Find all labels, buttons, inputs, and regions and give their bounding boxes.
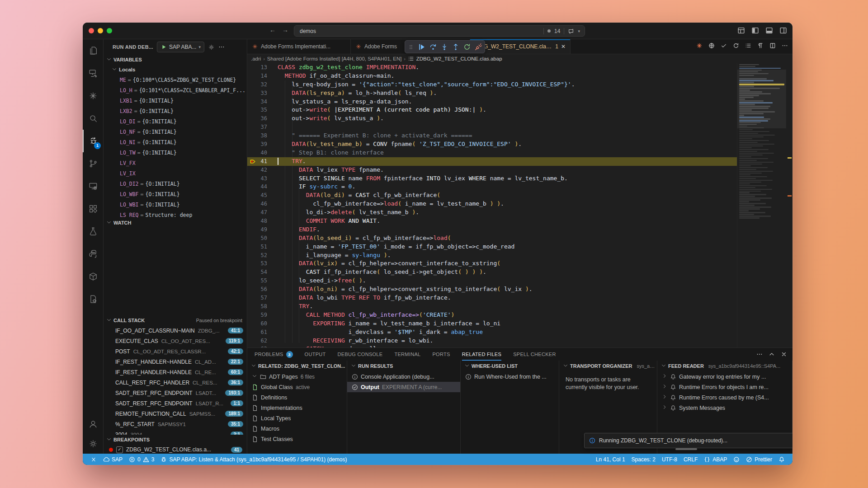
activity-item-abap[interactable] — [83, 84, 103, 107]
line-number[interactable]: 48 — [247, 217, 267, 225]
panel-tab-problems[interactable]: PROBLEMS3 — [255, 348, 293, 361]
section-header[interactable]: FEED READERsys_a1bc9af944314e95::S4PA... — [657, 361, 792, 371]
breakpoints-section-header[interactable]: BREAKPOINTS — [104, 435, 247, 445]
abap-run-icon[interactable] — [696, 42, 703, 49]
maximize-panel-icon[interactable] — [769, 351, 775, 357]
status-remote-indicator[interactable] — [87, 454, 100, 465]
activity-item-remote-window[interactable] — [83, 175, 103, 197]
code-line-56[interactable]: 56 DATA(lo_ni) = cl_fp_helper=>convert_x… — [247, 285, 738, 294]
stack-frame[interactable]: IF_REST_HANDLER~HANDLECL_AD...22:1 — [104, 357, 247, 367]
variable-row[interactable]: LO_DI={O:INITIAL} — [104, 116, 247, 127]
code-line-37[interactable]: 37 — [247, 123, 738, 131]
status-notifications-bell[interactable] — [775, 456, 788, 463]
panel-list-item[interactable]: Macros — [247, 423, 347, 434]
breadcrumb-item[interactable]: Shared [Adobe Forms Installed] [A4H, 800… — [267, 56, 402, 61]
section-header[interactable]: TRANSPORT ORGANIZERsys_a1b... — [559, 361, 657, 371]
overview-ruler[interactable] — [786, 63, 793, 347]
watch-section-header[interactable]: WATCH — [104, 218, 247, 228]
status-sap-cloud[interactable]: SAP — [100, 454, 126, 465]
globe-icon[interactable] — [708, 42, 715, 49]
line-number[interactable]: 35 — [247, 106, 267, 114]
pilcrow-icon[interactable] — [757, 42, 764, 49]
code-line-47[interactable]: 47 lo_di->delete( lv_test_name_b ). — [247, 208, 738, 217]
variable-row[interactable]: LO_TW={O:INITIAL} — [104, 147, 247, 158]
panel-list-item[interactable]: Runtime Errors caused by me (S4... — [657, 392, 792, 403]
scope-locals[interactable]: Locals — [104, 65, 247, 75]
code-line-58[interactable]: 58 TRY. — [247, 302, 738, 311]
code-line-52[interactable]: 52 i_language = sy-langu ). — [247, 251, 738, 260]
line-number[interactable]: 14 — [247, 72, 267, 80]
nav-forward-icon[interactable]: → — [281, 26, 290, 33]
status-eol[interactable]: CRLF — [680, 456, 701, 463]
activity-item-settings-gear[interactable] — [83, 434, 103, 454]
line-number[interactable]: 49 — [247, 225, 267, 234]
debug-step-out-button[interactable] — [452, 43, 459, 51]
panel-list-item[interactable]: ADT Pages6 files — [247, 371, 347, 382]
code-line-59[interactable]: 59 CALL METHOD cl_fp_wb_interface=>('CRE… — [247, 311, 738, 319]
line-number[interactable]: 52 — [247, 251, 267, 260]
section-header[interactable]: WHERE-USED LIST — [461, 361, 559, 371]
stack-frame[interactable]: EXECUTE_CLASCL_OO_ADT_RES...119:1 — [104, 336, 247, 346]
code-line-33[interactable]: 33 DATA(ls_resp_a) = lo_h->handle( ls_re… — [247, 89, 738, 98]
activity-item-explorer[interactable] — [83, 39, 103, 62]
panel-list-item[interactable]: System Messages — [657, 403, 792, 413]
debug-settings-gear-icon[interactable] — [208, 44, 215, 51]
panel-list-item[interactable]: Local Types — [247, 413, 347, 423]
code-line-53[interactable]: 53 DATA(lv_ix) = cl_fp_helper=>convert_i… — [247, 259, 738, 268]
stack-frame[interactable]: SADT_REST_RFC_ENDPOINTLSADT_R...1:1 — [104, 398, 247, 408]
line-number[interactable]: 53 — [247, 259, 267, 268]
line-number[interactable]: 44 — [247, 183, 267, 191]
close-tab-icon[interactable]: ✕ — [561, 43, 566, 50]
activity-item-project-settings[interactable] — [83, 288, 103, 310]
split-icon[interactable] — [769, 42, 776, 49]
panel-tab-debug-console[interactable]: DEBUG CONSOLE — [338, 348, 383, 361]
code-line-13[interactable]: 13CLASS zdbg_w2_test_clone IMPLEMENTATIO… — [247, 63, 738, 72]
title-bar[interactable]: ← → demos 14 ▾ — [83, 23, 793, 39]
code-line-61[interactable]: 61 i_devclass = '$TMP' i_dark = abap_tru… — [247, 328, 738, 337]
code-line-50[interactable]: 50 DATA(lo_seed_i) = cl_fp_wb_interface=… — [247, 234, 738, 243]
code-line-41[interactable]: 41 TRY. — [247, 157, 738, 166]
section-header[interactable]: RUN RESULTS — [347, 361, 460, 371]
line-number[interactable]: 33 — [247, 89, 267, 98]
breadcrumb-item[interactable]: .adri — [251, 56, 261, 61]
minimap[interactable] — [737, 63, 786, 347]
line-number[interactable]: 58 — [247, 302, 267, 311]
nav-back-icon[interactable]: ← — [268, 26, 277, 33]
line-number[interactable]: 36 — [247, 114, 267, 123]
more-icon[interactable] — [756, 351, 763, 357]
code-line-35[interactable]: 35 out->write( |EXPERIMENT A (current co… — [247, 106, 738, 114]
stack-frame[interactable]: 300430042:1 — [104, 429, 247, 435]
close-panel-icon[interactable] — [781, 351, 787, 357]
panel-list-item[interactable]: OutputEXPERIMENT A (curre... — [347, 382, 460, 392]
stack-frame[interactable]: SADT_REST_RFC_ENDPOINTLSADT...193:1 — [104, 388, 247, 398]
variable-row[interactable]: LS_REQ=Structure: deep — [104, 210, 247, 218]
activity-item-python[interactable] — [83, 243, 103, 265]
stack-frame[interactable]: CALL_REST_RFC_HANDLERCL_RES...36:1 — [104, 377, 247, 388]
notification-grip[interactable] — [675, 448, 697, 450]
panel-list-item[interactable]: Console Application (debug... — [347, 371, 460, 382]
layout-icon[interactable] — [737, 27, 745, 34]
panel-list-item[interactable]: Definitions — [247, 392, 347, 403]
breakpoint-row[interactable]: ✓ZDBG_W2_TEST_CLONE.clas.a...41 — [104, 445, 247, 455]
stack-frame[interactable]: IF_REST_HANDLER~HANDLECL_RE...60:1 — [104, 367, 247, 377]
breadcrumb-file[interactable]: ZDBG_W2_TEST_CLONE.clas.abap — [416, 56, 502, 61]
line-number[interactable]: 55 — [247, 277, 267, 285]
status-indentation[interactable]: Spaces: 2 — [628, 456, 659, 463]
line-number[interactable]: 57 — [247, 294, 267, 302]
code-editor[interactable]: 13CLASS zdbg_w2_test_clone IMPLEMENTATIO… — [247, 63, 793, 347]
line-number[interactable]: 50 — [247, 234, 267, 243]
code-line-14[interactable]: 14 METHOD if_oo_adt_classrun~main. — [247, 72, 738, 80]
line-number[interactable]: 43 — [247, 174, 267, 183]
notification-toast[interactable]: Running ZDBG_W2_TEST_CLONE (debug-routed… — [584, 433, 793, 448]
line-number[interactable]: 51 — [247, 243, 267, 251]
panel-list-item[interactable]: Gateway error log entries for my ... — [657, 371, 792, 382]
panel-list-item[interactable]: Runtime Errors for objects I am re... — [657, 382, 792, 392]
activity-item-containers[interactable] — [83, 265, 103, 288]
variable-row[interactable]: LXB2={O:INITIAL} — [104, 106, 247, 116]
code-line-39[interactable]: 39 DATA(lv_test_name_b) = CONV fpname( '… — [247, 140, 738, 149]
status-cursor-position[interactable]: Ln 41, Col 1 — [593, 456, 628, 463]
breakpoint-checkbox[interactable]: ✓ — [116, 446, 123, 453]
status-prettier[interactable]: Prettier — [743, 456, 775, 463]
line-number[interactable]: 54 — [247, 268, 267, 277]
close-window-button[interactable] — [89, 28, 94, 33]
